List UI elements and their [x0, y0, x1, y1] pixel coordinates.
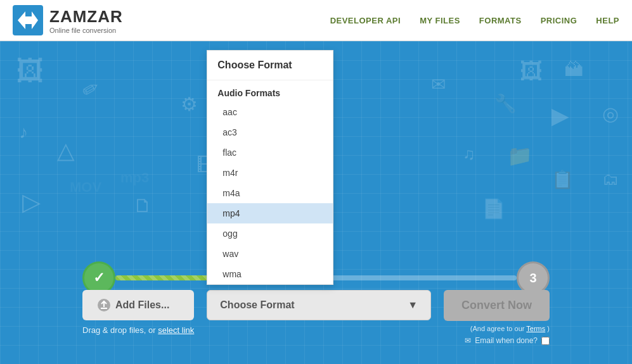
agree-suffix: ) — [547, 325, 550, 332]
nav-help[interactable]: HELP — [596, 16, 619, 25]
step3-number: 3 — [529, 271, 536, 286]
upload-icon — [98, 299, 110, 311]
add-files-label: Add Files... — [115, 299, 169, 311]
convert-now-button[interactable]: Convert Now — [444, 290, 550, 321]
header: ZAMZAR Online file conversion DEVELOPER … — [0, 0, 632, 41]
dropdown-item-aac[interactable]: aac — [207, 102, 333, 122]
deco-play-icon: ▷ — [22, 190, 41, 214]
deco-image2-icon: 🖼 — [520, 60, 543, 83]
main-background: 🖼 ✏ ♪ △ ⚙ ▶ ✉ 🎞 📄 ▷ MOV mp3 🗋 👤 🖼 🏔 🔧 ▶ … — [0, 41, 632, 364]
deco-play2-icon: ▶ — [551, 104, 569, 127]
deco-wrench-icon: 🔧 — [494, 95, 517, 113]
deco-folder-icon: 📁 — [507, 146, 532, 166]
dropdown-item-m4a[interactable]: m4a — [207, 183, 333, 203]
dropdown-item-ac3[interactable]: ac3 — [207, 122, 333, 142]
dropdown-item-wma[interactable]: wma — [207, 264, 333, 284]
deco-envelope2-icon: ✉ — [431, 76, 446, 94]
terms-link[interactable]: Terms — [526, 325, 545, 332]
agree-text: (And agree to our Terms ) — [470, 325, 550, 332]
dropdown-item-flac[interactable]: flac — [207, 142, 333, 163]
choose-format-button[interactable]: Choose Format ▼ — [207, 290, 431, 320]
dropdown-category-audio: Audio Formats — [207, 80, 333, 102]
dropdown-item-m4r[interactable]: m4r — [207, 163, 333, 183]
action-bar: Add Files... Drag & drop files, or selec… — [82, 290, 550, 345]
deco-clipboard-icon: 📋 — [551, 171, 574, 189]
deco-jpg-icon: 🖼 — [16, 57, 44, 85]
select-link[interactable]: select link — [158, 325, 194, 335]
deco-mov-icon: MOV — [70, 180, 101, 194]
drag-drop-label: Drag & drop files, or — [82, 325, 156, 335]
dropdown-item-wav[interactable]: wav — [207, 244, 333, 264]
email-checkbox[interactable] — [541, 337, 550, 345]
nav-my-files[interactable]: MY FILES — [420, 16, 460, 25]
logo-area: ZAMZAR Online file conversion — [13, 5, 123, 35]
logo-tagline: Online file conversion — [49, 27, 123, 34]
deco-pencil-icon: ✏ — [79, 76, 103, 102]
deco-triangle-icon: △ — [57, 139, 75, 162]
deco-folder2-icon: 🗂 — [602, 171, 619, 187]
nav-formats[interactable]: FORMATS — [479, 16, 522, 25]
dropdown-item-ogg[interactable]: ogg — [207, 223, 333, 244]
step-line-pending — [316, 275, 517, 280]
chevron-down-icon: ▼ — [408, 299, 418, 311]
deco-image-icon: 🗋 — [133, 196, 152, 215]
deco-mp3-icon: mp3 — [120, 171, 149, 185]
nav-pricing[interactable]: PRICING — [541, 16, 577, 25]
nav-developer-api[interactable]: DEVELOPER API — [330, 16, 401, 25]
agree-prefix: (And agree to our — [470, 325, 525, 332]
logo-text: ZAMZAR Online file conversion — [49, 7, 123, 34]
deco-doc2-icon: 📄 — [482, 199, 505, 218]
drag-drop-text: Drag & drop files, or select link — [82, 325, 194, 335]
deco-music-icon: ♪ — [19, 123, 28, 141]
deco-gear-icon: ⚙ — [181, 95, 198, 114]
convert-area: Convert Now (And agree to our Terms ) ✉ … — [444, 290, 550, 345]
format-dropdown: Choose Format Audio Formats aac ac3 flac… — [207, 50, 333, 285]
files-area: Add Files... Drag & drop files, or selec… — [82, 290, 194, 335]
email-envelope-icon: ✉ — [465, 336, 471, 345]
choose-format-label: Choose Format — [220, 299, 294, 311]
deco-landscape-icon: 🏔 — [564, 60, 583, 79]
add-files-button[interactable]: Add Files... — [82, 290, 194, 320]
deco-circle-icon: ◎ — [602, 104, 619, 123]
dropdown-header: Choose Format — [207, 51, 333, 80]
convert-now-label: Convert Now — [461, 299, 532, 311]
email-checkbox-area: ✉ Email when done? — [465, 336, 550, 345]
zamzar-logo-icon — [13, 5, 43, 35]
step1-checkmark: ✓ — [93, 270, 105, 286]
email-label: Email when done? — [475, 336, 538, 345]
main-nav: DEVELOPER API MY FILES FORMATS PRICING H… — [330, 16, 619, 25]
deco-note-icon: ♫ — [463, 146, 475, 162]
dropdown-item-mp4[interactable]: mp4 — [207, 203, 333, 223]
format-area: Choose Format Audio Formats aac ac3 flac… — [207, 290, 431, 320]
logo-name: ZAMZAR — [49, 7, 123, 27]
